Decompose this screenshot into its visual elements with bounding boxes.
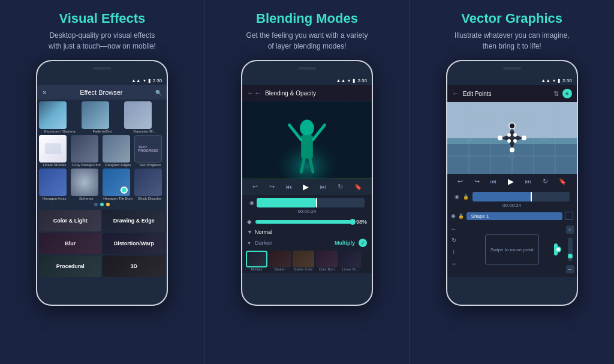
effect-item-gaussian[interactable]: Gaussian Bl... bbox=[124, 101, 165, 133]
toggle-icon[interactable]: ▼ bbox=[247, 241, 251, 245]
dot-1[interactable] bbox=[94, 203, 98, 206]
cat-distortion[interactable]: Distortion/Warp bbox=[103, 233, 165, 254]
vector-track-fill bbox=[472, 192, 531, 201]
zoom-in-button[interactable]: + bbox=[566, 225, 574, 234]
effect-item-fade[interactable]: Fade In/Out bbox=[82, 101, 123, 133]
eye-icon[interactable]: ◉ bbox=[249, 200, 254, 206]
bookmark-icon3[interactable]: 🔖 bbox=[559, 178, 566, 185]
blockdissolve-thumb bbox=[134, 169, 162, 196]
linear-thumb bbox=[39, 135, 67, 163]
section1-title: Visual Effects bbox=[59, 11, 145, 26]
zoom-out-button[interactable]: − bbox=[566, 265, 574, 273]
redo-icon[interactable]: ↪ bbox=[269, 183, 275, 191]
undo-icon3[interactable]: ↩ bbox=[458, 178, 463, 185]
lock-icon4[interactable]: 🔒 bbox=[458, 213, 464, 219]
effect-item-blockdissolve[interactable]: Block Dissolve bbox=[134, 169, 165, 200]
gaussian-thumb bbox=[124, 101, 152, 129]
phone3-speaker bbox=[503, 67, 521, 70]
zoom-slider[interactable] bbox=[568, 237, 573, 261]
skip-end-icon[interactable]: ⏭ bbox=[320, 183, 326, 190]
check-icon[interactable]: ✓ bbox=[359, 239, 367, 247]
effect-item-text[interactable]: TEXTPROGRESS Text Progress bbox=[134, 135, 165, 167]
timeline-track[interactable] bbox=[257, 198, 365, 207]
effect-row-3: Hexagon Array Spherize Hexagon Tile Burn bbox=[37, 167, 167, 200]
lock-icon3[interactable]: 🔒 bbox=[463, 194, 469, 200]
skip-end-icon3[interactable]: ⏭ bbox=[525, 178, 531, 185]
phone2-content: ← Blending & Opacity bbox=[242, 85, 372, 305]
back-icon3[interactable]: ← bbox=[452, 89, 459, 98]
roughen-thumb bbox=[103, 135, 130, 163]
blend-thumb-darker[interactable]: Darker Color bbox=[293, 251, 314, 271]
battery-icon: ▮ bbox=[148, 78, 151, 83]
phone3: ▲▲ ▾ ▮ 2:30 ← Edit Points ⇅ + bbox=[446, 60, 578, 306]
reorder-icon[interactable]: ⇅ bbox=[553, 90, 559, 98]
repeat-icon3[interactable]: ↻ bbox=[543, 178, 548, 185]
arrow-tool[interactable]: ← bbox=[451, 225, 457, 232]
eye-icon3[interactable]: ◉ bbox=[455, 194, 459, 200]
effect-item-linear[interactable]: Linear Streaks bbox=[39, 135, 70, 167]
playback-controls: ↩ ↪ ⏮ ▶ ⏭ ↻ 🔖 bbox=[242, 179, 372, 195]
effect-row-2: Linear Streaks Copy Background Roughen E… bbox=[37, 133, 167, 167]
close-icon[interactable] bbox=[42, 89, 47, 96]
opacity-handle[interactable] bbox=[350, 219, 356, 225]
cat-drawing-edge[interactable]: Drawing & Edge bbox=[103, 210, 165, 231]
effect-item-roughen[interactable]: Roughen Edges bbox=[103, 135, 133, 167]
page-dots bbox=[37, 200, 167, 209]
cat-3d[interactable]: 3D bbox=[103, 255, 165, 277]
bookmark-icon[interactable]: 🔖 bbox=[354, 183, 362, 190]
vector-header: ← Edit Points ⇅ + bbox=[447, 85, 577, 102]
shape-icon bbox=[565, 212, 573, 220]
signal-icon2: ▲▲ bbox=[336, 78, 346, 83]
blend-thumb-darken[interactable]: Darken bbox=[269, 251, 291, 271]
opacity-track[interactable] bbox=[255, 220, 353, 224]
add-point-button[interactable]: + bbox=[562, 89, 572, 98]
phone2: ▲▲ ▾ ▮ 2:30 ← Blending & Opacity bbox=[241, 60, 373, 306]
effect-item-hexarray[interactable]: Hexagon Array bbox=[39, 169, 70, 200]
minus-tool[interactable]: − bbox=[452, 260, 456, 268]
copy-thumb bbox=[71, 135, 98, 163]
skip-start-icon[interactable]: ⏮ bbox=[286, 183, 292, 190]
right-toolbar: + − bbox=[564, 222, 577, 277]
redo-icon3[interactable]: ↪ bbox=[474, 178, 480, 185]
effect-item-hexfire[interactable]: Hexagon Tile Burn bbox=[103, 169, 133, 200]
cat-color-light[interactable]: Color & Light bbox=[39, 210, 101, 231]
blend-mode-value: Normal bbox=[255, 229, 272, 235]
effect-item-exposure[interactable]: Exposure / Gamma bbox=[39, 101, 80, 133]
vector-move-area: Swipe to move point bbox=[460, 222, 564, 277]
wifi-icon: ▾ bbox=[143, 78, 146, 83]
flip-tool[interactable]: ↕ bbox=[452, 248, 455, 255]
battery-icon2: ▮ bbox=[353, 78, 355, 83]
eye-icon4[interactable]: ◉ bbox=[451, 213, 456, 219]
back-icon[interactable]: ← bbox=[247, 89, 261, 97]
cat-color-light-label: Color & Light bbox=[53, 218, 88, 224]
blend-thumb-linearb[interactable]: Linear Bl... bbox=[339, 251, 361, 271]
blend-thumb-multiply[interactable]: Multiply bbox=[246, 251, 267, 271]
phone1-speaker bbox=[93, 67, 111, 70]
svg-point-29 bbox=[510, 148, 514, 152]
rotate-tool[interactable]: ↻ bbox=[452, 237, 456, 243]
phone1: ▲▲ ▾ ▮ 2:30 Effect Browser Exposure / Ga… bbox=[36, 60, 168, 306]
hexfire-thumb bbox=[103, 169, 130, 196]
svg-point-32 bbox=[513, 139, 517, 143]
play-icon3[interactable]: ▶ bbox=[508, 177, 514, 186]
section1-desc: Desktop-quality pro visual effectswith j… bbox=[49, 30, 156, 52]
timecode: 00:00:24 bbox=[246, 209, 368, 214]
roughen-label: Roughen Edges bbox=[103, 163, 133, 167]
effect-browser-title: Effect Browser bbox=[80, 89, 122, 96]
vector-track-bar[interactable] bbox=[472, 192, 570, 201]
search-icon[interactable] bbox=[155, 89, 162, 96]
shape-badge[interactable]: Shape 1 bbox=[466, 212, 562, 220]
effect-item-copy[interactable]: Copy Background bbox=[71, 135, 101, 167]
resize-dot[interactable] bbox=[555, 246, 561, 252]
undo-icon[interactable]: ↩ bbox=[252, 183, 258, 191]
dot-3[interactable] bbox=[106, 203, 110, 206]
skip-start-icon3[interactable]: ⏮ bbox=[490, 178, 496, 185]
dot-2[interactable] bbox=[100, 203, 104, 206]
cat-procedural[interactable]: Procedural bbox=[39, 255, 101, 277]
cat-blur[interactable]: Blur bbox=[39, 233, 101, 254]
blend-thumb-colburn[interactable]: Color Burn bbox=[316, 251, 338, 271]
play-icon[interactable]: ▶ bbox=[303, 182, 309, 191]
effect-item-spherize[interactable]: Spherize bbox=[71, 169, 101, 200]
text-label: Text Progress bbox=[134, 163, 165, 167]
repeat-icon[interactable]: ↻ bbox=[338, 183, 343, 191]
